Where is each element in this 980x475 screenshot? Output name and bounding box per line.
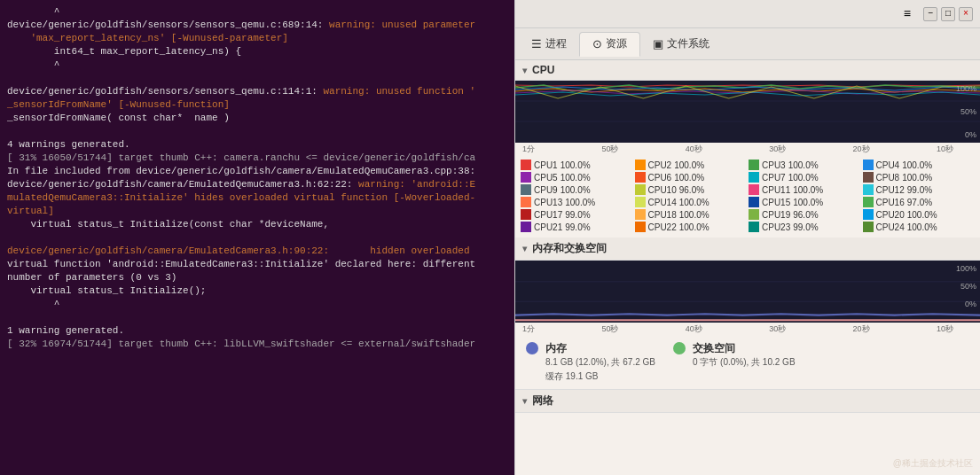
cpu-label: CPU3 (762, 160, 786, 170)
cpu-item-cpu22: CPU22 100.0% (635, 222, 748, 232)
cpu-item-cpu21: CPU21 99.0% (521, 222, 633, 232)
terminal-line: 4 warnings generated. (7, 138, 507, 152)
cpu-color-cpu1 (521, 160, 531, 170)
process-icon: ☰ (531, 37, 542, 51)
cpu-value: 100.0% (679, 210, 710, 220)
close-button[interactable]: × (959, 7, 973, 21)
resource-icon: ⊙ (592, 37, 602, 51)
terminal-line (7, 231, 507, 245)
cpu-section-header[interactable]: ▾ CPU (515, 60, 980, 81)
mem-section-header[interactable]: ▾ 内存和交换空间 (515, 238, 980, 261)
cpu-color-cpu16 (863, 197, 874, 207)
terminal-line: 'max_report_latency_ns' [-Wunused-parame… (7, 32, 507, 45)
tab-process[interactable]: ☰ 进程 (519, 32, 579, 57)
memory-dot (526, 342, 538, 354)
cpu-label: CPU5 (534, 173, 558, 183)
mem-chart-labels: 100% 50% 0% (956, 262, 976, 310)
maximize-button[interactable]: □ (941, 7, 955, 21)
mem-chart: 100% 50% 0% (515, 261, 980, 323)
mem-info-row: 内存 8.1 GB (12.0%), 共 67.2 GB 缓存 19.1 GB … (515, 336, 980, 389)
cpu-item-cpu16: CPU16 97.0% (863, 197, 976, 207)
cpu-color-cpu5 (521, 172, 531, 183)
terminal-line: In file included from device/generic/gol… (7, 165, 507, 178)
terminal-line: ^ (7, 298, 507, 311)
cpu-color-cpu9 (521, 184, 531, 195)
cpu-color-cpu24 (863, 222, 874, 232)
cpu-value: 99.0% (793, 222, 818, 232)
tab-filesystem[interactable]: ▣ 文件系统 (640, 32, 722, 57)
cpu-item-cpu4: CPU4 100.0% (863, 160, 976, 170)
cpu-label: CPU12 (876, 185, 905, 195)
terminal-line (7, 72, 507, 85)
sysmon-panel: ≡ − □ × ☰ 进程 ⊙ 资源 ▣ 文件系统 ▾ CPU (514, 0, 980, 475)
cpu-item-cpu5: CPU5 100.0% (521, 172, 633, 183)
terminal-line: ^ (7, 58, 507, 72)
net-section-title: 网络 (532, 393, 553, 409)
cpu-value: 100.0% (907, 222, 937, 232)
cpu-item-cpu17: CPU17 99.0% (521, 209, 633, 220)
terminal-line: mulatedQemuCamera3::Initialize' hides ov… (7, 191, 507, 205)
cpu-value: 99.0% (907, 185, 932, 195)
cpu-label: CPU18 (648, 210, 677, 220)
cpu-value: 100.0% (902, 173, 932, 183)
cpu-item-cpu12: CPU12 99.0% (863, 184, 976, 195)
cpu-label: CPU20 (876, 210, 905, 220)
cpu-section-title: CPU (532, 64, 554, 76)
cpu-label: CPU13 (534, 198, 562, 207)
cpu-color-cpu11 (749, 184, 759, 195)
cpu-item-cpu2: CPU2 100.0% (635, 160, 748, 170)
mem-section-title: 内存和交换空间 (532, 241, 607, 256)
cpu-color-cpu2 (635, 160, 646, 170)
cpu-value: 100.0% (902, 160, 932, 170)
cpu-label: CPU14 (648, 198, 677, 207)
cpu-label: CPU8 (876, 173, 900, 183)
terminal-line: [ 32% 16974/51744] target thumb C++: lib… (7, 338, 507, 351)
cpu-grid: CPU1 100.0%CPU2 100.0%CPU3 100.0%CPU4 10… (515, 156, 980, 236)
cpu-value: 100.0% (674, 173, 704, 183)
cpu-label: CPU16 (876, 198, 905, 207)
cpu-value: 100.0% (561, 185, 591, 195)
cpu-item-cpu10: CPU10 96.0% (635, 184, 748, 195)
tab-bar: ☰ 进程 ⊙ 资源 ▣ 文件系统 (515, 28, 980, 60)
cpu-color-cpu13 (521, 197, 531, 207)
mem-collapse-arrow: ▾ (522, 244, 527, 253)
cpu-label: CPU19 (762, 210, 790, 220)
cpu-chart: 100% 50% 0% (515, 81, 980, 143)
cpu-chart-labels: 100% 50% 0% (956, 82, 976, 141)
cpu-item-cpu7: CPU7 100.0% (749, 172, 861, 183)
tab-resource[interactable]: ⊙ 资源 (579, 32, 640, 57)
cpu-item-cpu19: CPU19 96.0% (749, 209, 861, 220)
minimize-button[interactable]: − (923, 7, 937, 21)
cpu-label: CPU6 (648, 173, 672, 183)
cpu-value: 100.0% (788, 160, 819, 170)
cpu-color-cpu23 (749, 222, 759, 232)
cpu-label: CPU4 (876, 160, 900, 170)
net-section-header[interactable]: ▾ 网络 (515, 389, 980, 413)
cpu-item-cpu3: CPU3 100.0% (749, 160, 861, 170)
cpu-item-cpu15: CPU15 100.0% (749, 197, 861, 207)
terminal-line: device/generic/goldfish/camera/EmulatedQ… (7, 178, 507, 191)
cpu-value: 100.0% (679, 222, 710, 232)
cpu-color-cpu10 (635, 184, 646, 195)
cpu-label: CPU2 (648, 160, 672, 170)
cpu-value: 100.0% (793, 185, 823, 195)
cpu-item-cpu24: CPU24 100.0% (863, 222, 976, 232)
cpu-item-cpu6: CPU6 100.0% (635, 172, 748, 183)
terminal-line: 1 warning generated. (7, 324, 507, 338)
terminal-line: ^ (7, 5, 507, 19)
terminal-line: _sensorIdFromName' [-Wunused-function] (7, 98, 507, 112)
cpu-item-cpu14: CPU14 100.0% (635, 197, 748, 207)
swap-item: 交换空间 0 字节 (0.0%), 共 10.2 GB (673, 341, 796, 384)
cpu-color-cpu6 (635, 172, 646, 183)
terminal-line: device/generic/goldfish/sensors/sensors_… (7, 19, 507, 32)
menu-icon[interactable]: ≡ (898, 5, 916, 23)
cpu-value: 99.0% (565, 222, 590, 232)
cpu-color-cpu22 (635, 222, 646, 232)
cpu-label: CPU10 (648, 185, 677, 195)
cpu-color-cpu21 (521, 222, 531, 232)
cpu-color-cpu8 (863, 172, 874, 183)
swap-dot (673, 342, 686, 354)
titlebar: ≡ − □ × (515, 0, 980, 28)
watermark: @稀土掘金技术社区 (893, 457, 973, 470)
cpu-color-cpu20 (863, 209, 874, 220)
